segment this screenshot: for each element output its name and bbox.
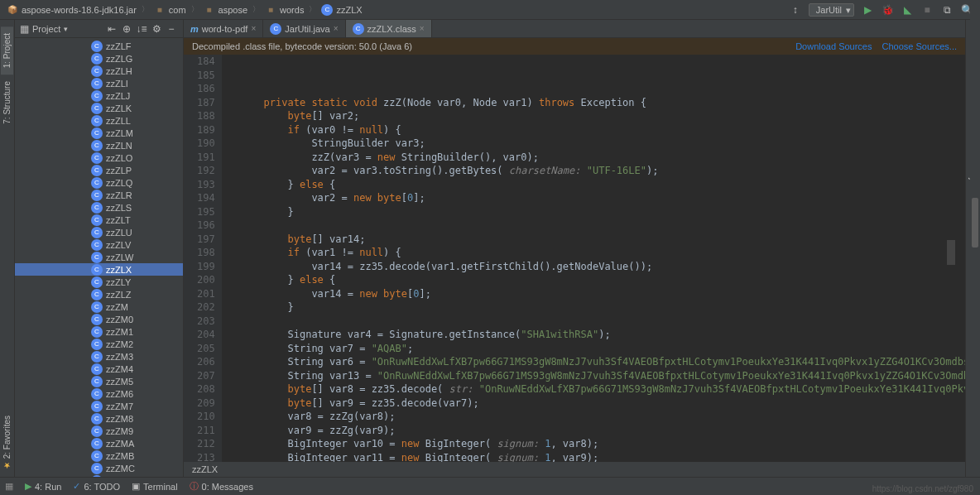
editor-tab[interactable]: CJarUtil.java× <box>263 20 345 37</box>
tree-item[interactable]: CzzZLN <box>15 139 183 151</box>
class-icon: C <box>91 276 103 288</box>
sync-icon[interactable]: ↕ <box>789 3 802 17</box>
collapse-icon[interactable]: ⇤ <box>105 22 118 36</box>
run-icon[interactable]: ▶ <box>861 3 874 17</box>
class-icon: C <box>91 450 103 462</box>
class-icon: C <box>91 65 103 77</box>
class-icon: C <box>91 90 103 102</box>
tree-item[interactable]: CzzZLF <box>15 40 183 52</box>
tree-item[interactable]: CzzZLQ <box>15 176 183 189</box>
project-tree[interactable]: CzzZLFCzzZLGCzzZLHCzzZLICzzZLJCzzZLKCzzZ… <box>15 38 183 477</box>
sort-icon[interactable]: ↓≡ <box>135 22 148 36</box>
stop-icon[interactable]: ■ <box>920 3 934 17</box>
breadcrumb-item[interactable]: ■aspose <box>204 4 247 16</box>
tree-item[interactable]: CzzZMB <box>15 449 183 462</box>
debug-icon[interactable]: 🐞 <box>881 3 894 17</box>
class-icon: C <box>91 190 103 201</box>
left-tab-structure[interactable]: 7: Structure <box>1 74 13 131</box>
tree-item[interactable]: CzzZLS <box>15 201 183 214</box>
tree-item[interactable]: CzzZMC <box>15 462 183 474</box>
download-sources-link[interactable]: Download Sources <box>795 41 872 51</box>
bottom-run[interactable]: ▶4: Run <box>25 481 61 492</box>
structure-icon[interactable]: ⧉ <box>940 3 954 17</box>
hide-icon[interactable]: − <box>165 22 178 36</box>
tree-item[interactable]: CzzZM3 <box>15 350 183 363</box>
bottom-messages[interactable]: ⓘ0: Messages <box>190 480 253 493</box>
class-icon: C <box>91 264 103 276</box>
tree-item[interactable]: CzzZM5 <box>15 375 183 387</box>
minimap-thumb[interactable] <box>947 240 955 265</box>
editor-tab[interactable]: CzzZLX.class× <box>346 20 432 37</box>
class-icon: C <box>91 425 103 437</box>
tree-item[interactable]: CzzZLV <box>15 238 183 251</box>
left-tool-gutter: 1: Project 7: Structure ★ 2: Favorites <box>0 20 15 477</box>
breadcrumb-item[interactable]: ■words <box>265 4 304 16</box>
gear-icon[interactable]: ⚙ <box>150 22 163 36</box>
line-gutter: 1841851861871881891901911921931941951961… <box>184 55 222 477</box>
tree-item[interactable]: CzzZM8 <box>15 412 183 425</box>
code-content[interactable]: private static void zzZ(Node var0, Node … <box>222 55 965 477</box>
tree-item[interactable]: CzzZLK <box>15 102 183 114</box>
tree-item[interactable]: CzzZLX <box>15 263 183 276</box>
tree-item[interactable]: CzzZLL <box>15 114 183 127</box>
tree-item[interactable]: CzzZMA <box>15 437 183 449</box>
tree-item[interactable]: CzzZM1 <box>15 325 183 338</box>
class-icon: C <box>91 388 103 400</box>
close-icon[interactable]: × <box>420 24 425 33</box>
class-icon: C <box>91 239 103 251</box>
left-tab-favorites[interactable]: ★ 2: Favorites <box>1 409 13 477</box>
class-icon: C <box>91 103 103 114</box>
tree-item[interactable]: CzzZLO <box>15 151 183 164</box>
tree-item[interactable]: CzzZLM <box>15 127 183 139</box>
breadcrumb-item[interactable]: CzzZLX <box>321 4 362 16</box>
close-icon[interactable]: × <box>334 24 339 33</box>
tree-item[interactable]: CzzZLP <box>15 164 183 176</box>
class-icon: C <box>91 227 103 238</box>
choose-sources-link[interactable]: Choose Sources... <box>882 41 958 51</box>
tree-item[interactable]: CzzZM9 <box>15 425 183 437</box>
breadcrumb-item[interactable]: 📦aspose-words-18.6-jdk16.jar <box>7 4 137 16</box>
coverage-icon[interactable]: ◣ <box>901 3 914 17</box>
tree-item[interactable]: CzzZLY <box>15 276 183 288</box>
tree-item[interactable]: CzzZM7 <box>15 400 183 412</box>
watermark: https://blog.csdn.net/zgf980 <box>872 484 973 493</box>
bottom-todo[interactable]: ✓6: TODO <box>73 481 120 492</box>
tree-item[interactable]: CzzZLJ <box>15 89 183 102</box>
class-icon: C <box>91 78 103 89</box>
tree-item[interactable]: CzzZM2 <box>15 338 183 350</box>
tree-item[interactable]: CzzZLU <box>15 226 183 238</box>
class-icon: C <box>91 127 103 139</box>
left-tab-project[interactable]: 1: Project <box>1 26 13 74</box>
decompiled-banner: Decompiled .class file, bytecode version… <box>184 38 965 55</box>
tree-item[interactable]: CzzZM6 <box>15 387 183 400</box>
class-icon: C <box>91 326 103 338</box>
breadcrumb-item[interactable]: ■com <box>154 4 186 16</box>
tree-item[interactable]: CzzZM <box>15 300 183 313</box>
tree-item[interactable]: CzzZLZ <box>15 288 183 300</box>
class-icon: C <box>91 438 103 449</box>
editor-tab[interactable]: mword-to-pdf× <box>184 20 263 37</box>
class-icon: C <box>91 289 103 300</box>
run-config-dropdown[interactable]: JarUtil <box>809 3 854 17</box>
title-bar: 📦aspose-words-18.6-jdk16.jar〉■com〉■aspos… <box>0 0 980 20</box>
bottom-bar: ▦ ▶4: Run ✓6: TODO ▣Terminal ⓘ0: Message… <box>0 477 980 495</box>
project-panel-icon: ▦ <box>20 23 29 35</box>
tree-item[interactable]: CzzZLG <box>15 52 183 65</box>
class-icon: C <box>91 413 103 425</box>
class-icon: C <box>91 301 103 313</box>
tree-item[interactable]: CzzZLR <box>15 189 183 201</box>
tree-item[interactable]: CzzZLH <box>15 65 183 77</box>
class-icon: C <box>91 165 103 176</box>
class-icon: C <box>91 41 103 52</box>
class-icon: C <box>91 339 103 350</box>
tree-item[interactable]: CzzZM0 <box>15 313 183 325</box>
class-icon: C <box>91 140 103 151</box>
target-icon[interactable]: ⊕ <box>120 22 133 36</box>
tree-item[interactable]: CzzZLW <box>15 251 183 263</box>
bottom-terminal[interactable]: ▣Terminal <box>132 481 178 492</box>
tree-item[interactable]: CzzZLI <box>15 77 183 89</box>
tree-item[interactable]: CzzZM4 <box>15 363 183 375</box>
tree-item[interactable]: CzzZLT <box>15 214 183 226</box>
close-icon[interactable]: × <box>251 24 256 33</box>
class-icon: C <box>91 53 103 65</box>
